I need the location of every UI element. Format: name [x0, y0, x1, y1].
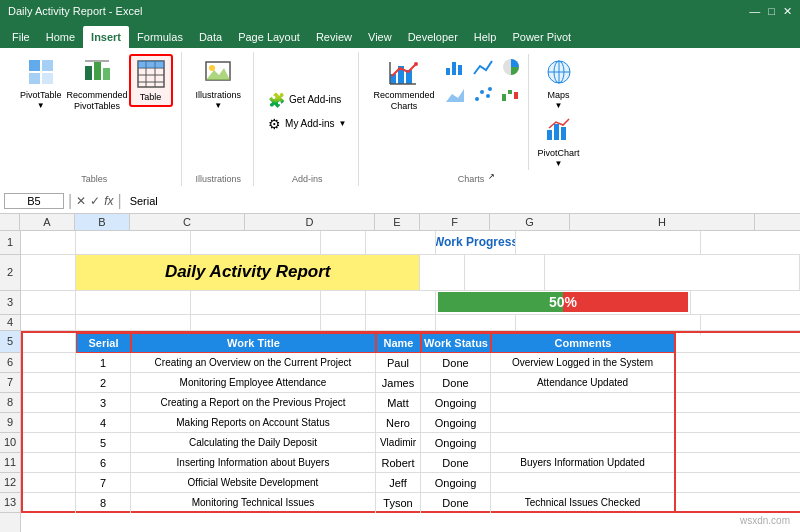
cell-b1[interactable]: [76, 231, 191, 254]
minimize-btn[interactable]: —: [749, 5, 760, 18]
row-header-1[interactable]: 1: [0, 231, 20, 255]
cell-a12[interactable]: [21, 473, 76, 493]
tab-page-layout[interactable]: Page Layout: [230, 26, 308, 48]
cell-b6[interactable]: 1: [76, 353, 131, 373]
my-addins-button[interactable]: ⚙ My Add-ins ▼: [264, 114, 350, 134]
recommended-charts-button[interactable]: RecommendedCharts: [369, 54, 438, 114]
illustrations-dropdown[interactable]: ▼: [214, 101, 222, 110]
row-header-4[interactable]: 4: [0, 315, 20, 331]
recommended-pivottables-button[interactable]: Recommended PivotTables: [70, 54, 125, 114]
cell-a3[interactable]: [21, 291, 76, 314]
row-header-11[interactable]: 11: [0, 453, 20, 473]
row-header-13[interactable]: 13: [0, 493, 20, 513]
cell-cd12[interactable]: Official Website Development: [131, 473, 376, 493]
tab-help[interactable]: Help: [466, 26, 505, 48]
col-header-e[interactable]: E: [375, 214, 420, 230]
formula-input[interactable]: [126, 194, 796, 208]
row-header-5[interactable]: 5: [0, 331, 20, 353]
waterfall-chart-button[interactable]: [498, 82, 524, 108]
get-addins-button[interactable]: 🧩 Get Add-ins: [264, 90, 350, 110]
cell-b13[interactable]: 8: [76, 493, 131, 513]
tab-formulas[interactable]: Formulas: [129, 26, 191, 48]
cell-d1[interactable]: [321, 231, 366, 254]
cell-a1[interactable]: [21, 231, 76, 254]
cell-h7[interactable]: Attendance Updated: [491, 373, 676, 393]
maximize-btn[interactable]: □: [768, 5, 775, 18]
cell-c1[interactable]: [191, 231, 321, 254]
pivot-table-button[interactable]: PivotTable ▼: [16, 54, 66, 112]
cell-e13[interactable]: Tyson: [376, 493, 421, 513]
row-header-10[interactable]: 10: [0, 433, 20, 453]
row-header-6[interactable]: 6: [0, 353, 20, 373]
cell-h9[interactable]: [491, 413, 676, 433]
cell-e11[interactable]: Robert: [376, 453, 421, 473]
row-header-12[interactable]: 12: [0, 473, 20, 493]
cell-e3[interactable]: [366, 291, 436, 314]
maps-dropdown[interactable]: ▼: [555, 101, 563, 110]
area-chart-button[interactable]: [442, 82, 468, 108]
cell-h13[interactable]: Technical Issues Checked: [491, 493, 676, 513]
col-header-b[interactable]: B: [75, 214, 130, 230]
col-header-h[interactable]: H: [570, 214, 755, 230]
tab-developer[interactable]: Developer: [400, 26, 466, 48]
cell-e6[interactable]: Paul: [376, 353, 421, 373]
confirm-formula-icon[interactable]: ✓: [90, 194, 100, 208]
cell-h10[interactable]: [491, 433, 676, 453]
row-header-2[interactable]: 2: [0, 255, 20, 291]
cell-a13[interactable]: [21, 493, 76, 513]
tab-insert[interactable]: Insert: [83, 26, 129, 48]
cell-f9[interactable]: Ongoing: [421, 413, 491, 433]
cell-g1[interactable]: Work Progress: [436, 231, 516, 254]
cell-f2[interactable]: [465, 255, 545, 290]
cell-c5-worktitle[interactable]: Work Title: [131, 333, 376, 353]
cell-a8[interactable]: [21, 393, 76, 413]
pivotchart-button[interactable]: PivotChart ▼: [533, 112, 583, 170]
col-header-g[interactable]: G: [490, 214, 570, 230]
cell-e5-name[interactable]: Name: [376, 333, 421, 353]
row-header-7[interactable]: 7: [0, 373, 20, 393]
cell-g2-progress[interactable]: [545, 255, 800, 290]
cell-cd11[interactable]: Inserting Information about Buyers: [131, 453, 376, 473]
cell-h5-comments[interactable]: Comments: [491, 333, 676, 353]
cell-a9[interactable]: [21, 413, 76, 433]
pivotchart-dropdown[interactable]: ▼: [555, 159, 563, 168]
cell-cd7[interactable]: Monitoring Employee Attendance: [131, 373, 376, 393]
cell-b9[interactable]: 4: [76, 413, 131, 433]
cell-b2-title[interactable]: Daily Activity Report: [76, 255, 421, 290]
row-header-8[interactable]: 8: [0, 393, 20, 413]
col-header-f[interactable]: F: [420, 214, 490, 230]
pivot-table-dropdown[interactable]: ▼: [37, 101, 45, 110]
col-header-a[interactable]: A: [20, 214, 75, 230]
cell-e10[interactable]: Vladimir: [376, 433, 421, 453]
cell-g3-progress-bar[interactable]: 50%: [436, 291, 691, 314]
tab-view[interactable]: View: [360, 26, 400, 48]
col-header-c[interactable]: C: [130, 214, 245, 230]
pie-chart-button[interactable]: [498, 54, 524, 80]
cell-f6[interactable]: Done: [421, 353, 491, 373]
row-header-3[interactable]: 3: [0, 291, 20, 315]
cell-e7[interactable]: James: [376, 373, 421, 393]
col-header-d[interactable]: D: [245, 214, 375, 230]
cell-h11[interactable]: Buyers Information Updated: [491, 453, 676, 473]
illustrations-button[interactable]: Illustrations ▼: [192, 54, 246, 112]
cell-a5[interactable]: [21, 333, 76, 353]
cell-e9[interactable]: Nero: [376, 413, 421, 433]
tab-home[interactable]: Home: [38, 26, 83, 48]
line-chart-button[interactable]: [470, 54, 496, 80]
cell-e1[interactable]: [366, 231, 436, 254]
row-header-9[interactable]: 9: [0, 413, 20, 433]
cell-b5-serial[interactable]: Serial: [76, 333, 131, 353]
cell-b12[interactable]: 7: [76, 473, 131, 493]
insert-function-icon[interactable]: fx: [104, 194, 113, 208]
cell-a10[interactable]: [21, 433, 76, 453]
cell-e8[interactable]: Matt: [376, 393, 421, 413]
cell-cd9[interactable]: Making Reports on Account Status: [131, 413, 376, 433]
cell-cd8[interactable]: Creating a Report on the Previous Projec…: [131, 393, 376, 413]
cell-a11[interactable]: [21, 453, 76, 473]
cell-a2[interactable]: [21, 255, 76, 290]
cell-f7[interactable]: Done: [421, 373, 491, 393]
cell-b10[interactable]: 5: [76, 433, 131, 453]
cell-cd10[interactable]: Calculating the Daily Deposit: [131, 433, 376, 453]
cell-h8[interactable]: [491, 393, 676, 413]
cell-h6[interactable]: Overview Logged in the System: [491, 353, 676, 373]
